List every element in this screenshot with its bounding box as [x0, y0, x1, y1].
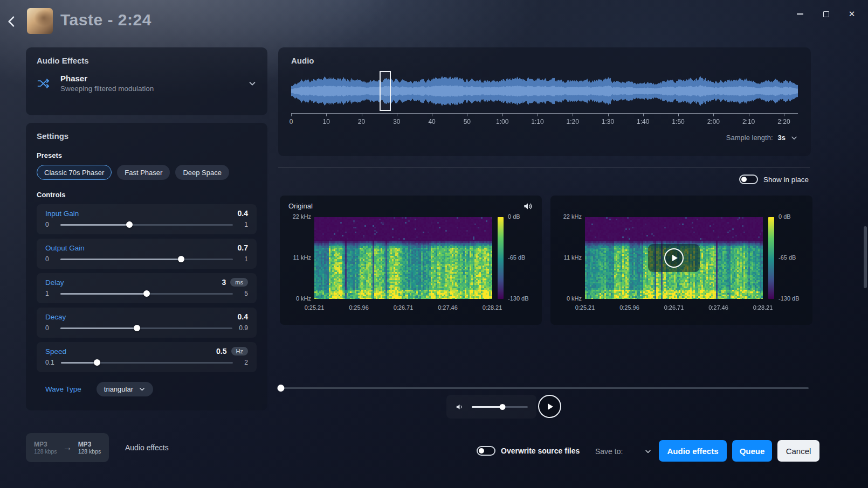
window-controls: ✕ [795, 6, 857, 22]
time-tick-label: 1:40 [637, 118, 649, 126]
waveform-canvas[interactable] [291, 73, 798, 109]
slider-fill [60, 327, 137, 329]
slider-thumb[interactable] [94, 359, 100, 366]
queue-button[interactable]: Queue [732, 440, 772, 462]
control-label: Speed [45, 347, 66, 355]
preview-play-button[interactable] [648, 244, 700, 272]
speed-slider[interactable] [61, 359, 233, 366]
control-value: 0.4 [238, 209, 248, 218]
play-button[interactable] [538, 395, 561, 418]
back-button[interactable] [4, 14, 20, 30]
time-tick [608, 114, 609, 116]
waveform[interactable] [291, 73, 798, 109]
chevron-down-icon[interactable] [644, 448, 652, 455]
slider-thumb[interactable] [126, 221, 133, 228]
waveform-selection[interactable] [380, 71, 391, 111]
chevron-down-icon[interactable] [790, 134, 798, 142]
show-in-place-label: Show in place [763, 176, 809, 184]
freq-axis-label: 22 kHz [552, 213, 582, 220]
spectrogram-time-label: 0:27.46 [708, 304, 728, 311]
time-tick-label: 0 [290, 118, 293, 126]
preset-fast-phaser[interactable]: Fast Phaser [117, 165, 170, 180]
seek-bar[interactable] [280, 384, 809, 392]
chevron-left-icon [4, 14, 19, 29]
save-to-label: Save to: [595, 447, 623, 456]
wave-type-select[interactable]: triangular [97, 382, 153, 396]
time-tick [397, 114, 397, 116]
time-tick [713, 114, 714, 116]
minimize-button[interactable] [795, 9, 805, 19]
processed-spectrogram-card: 22 kHz11 kHz0 kHz0 dB-65 dB-130 dB0:25.2… [550, 196, 812, 325]
db-axis-label: -65 dB [508, 254, 525, 261]
spectrogram-time-label: 0:25.21 [575, 304, 595, 311]
time-tick-label: 2:10 [742, 118, 755, 126]
time-tick-label: 1:30 [602, 118, 614, 126]
output-gain-slider[interactable] [60, 255, 233, 263]
phaser-shuffle-icon [37, 76, 51, 90]
sample-length-control[interactable]: Sample length: 3s [726, 134, 798, 142]
time-tick [467, 114, 467, 116]
close-button[interactable]: ✕ [846, 9, 857, 19]
target-format-name: MP3 [78, 441, 101, 448]
wave-type-label: Wave Type [45, 385, 81, 393]
time-tick [362, 114, 362, 116]
audio-effects-button[interactable]: Audio effects [659, 440, 727, 462]
unit-badge: Hz [231, 347, 248, 355]
controls-label: Controls [37, 191, 257, 199]
control-output-gain: Output Gain 0.7 0 1 [37, 239, 257, 269]
maximize-button[interactable] [821, 9, 831, 19]
settings-card: Settings Presets Classic 70s Phaser Fast… [26, 123, 267, 410]
audio-effects-title: Audio Effects [37, 56, 257, 65]
control-decay: Decay 0.4 0 0.9 [37, 308, 257, 338]
speaker-icon[interactable] [522, 201, 533, 212]
db-axis-label: 0 dB [779, 213, 791, 220]
chevron-down-icon[interactable] [248, 79, 257, 88]
control-max: 1 [239, 221, 248, 228]
control-value: 0.4 [238, 312, 248, 321]
control-min: 0 [45, 221, 54, 228]
chevron-down-icon [139, 386, 146, 393]
close-icon: ✕ [849, 9, 856, 19]
settings-title: Settings [37, 131, 257, 141]
scrollbar[interactable] [864, 226, 867, 288]
freq-axis-label: 22 kHz [281, 213, 311, 220]
target-format: MP3 128 kbps [78, 441, 101, 455]
time-tick-label: 20 [358, 118, 365, 126]
presets-label: Presets [37, 151, 257, 159]
time-tick [749, 114, 749, 116]
control-speed: Speed 0.5Hz 0.1 2 [37, 342, 257, 372]
slider-fill [60, 259, 181, 260]
time-tick [643, 114, 644, 116]
slider-thumb[interactable] [134, 325, 140, 331]
db-axis-label: 0 dB [508, 213, 520, 220]
show-in-place-toggle[interactable] [739, 175, 758, 184]
spectrogram-time-label: 0:25.21 [305, 304, 325, 311]
preset-deep-space[interactable]: Deep Space [175, 165, 229, 180]
time-tick [784, 114, 784, 116]
freq-axis-label: 0 kHz [281, 295, 311, 302]
input-gain-slider[interactable] [60, 221, 233, 228]
volume-thumb[interactable] [500, 404, 506, 410]
decay-slider[interactable] [60, 324, 232, 332]
slider-thumb[interactable] [143, 290, 150, 297]
volume-slider[interactable] [472, 403, 528, 410]
overwrite-toggle[interactable] [477, 446, 495, 456]
time-tick [291, 114, 292, 116]
app-window: Taste - 2:24 ✕ Audio Effects Phaser Swee… [0, 0, 868, 488]
control-value: 0.5 [216, 347, 226, 355]
control-label: Decay [45, 313, 66, 321]
cancel-button[interactable]: Cancel [777, 440, 819, 462]
control-label: Output Gain [45, 244, 85, 252]
original-spectrogram-card: Original 22 kHz11 kHz0 kHz0 dB-65 dB-130… [280, 196, 542, 325]
delay-slider[interactable] [60, 290, 233, 297]
time-tick [432, 114, 432, 116]
slider-thumb[interactable] [178, 256, 184, 262]
volume-speaker-icon[interactable] [455, 402, 464, 412]
minimize-icon [797, 13, 803, 15]
seek-thumb[interactable] [277, 385, 284, 392]
preset-classic-70s-phaser[interactable]: Classic 70s Phaser [37, 165, 112, 180]
effect-selector[interactable]: Phaser Sweeping filtered modulation [37, 74, 257, 93]
show-in-place-control: Show in place [739, 175, 809, 184]
control-min: 1 [45, 290, 54, 297]
save-to-control[interactable]: Save to: [595, 447, 652, 456]
